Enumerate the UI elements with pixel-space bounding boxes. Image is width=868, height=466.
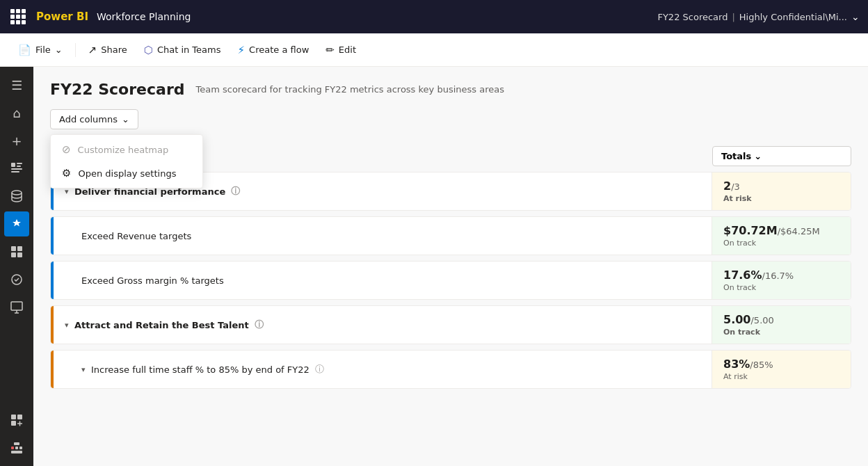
row-margin: Exceed Gross margin % targets 17.6%/16.7… (50, 261, 851, 300)
sidebar-item-learn[interactable] (4, 267, 29, 292)
sidebar-item-home[interactable]: ⌂ (4, 100, 29, 125)
share-label: Share (101, 45, 127, 55)
create-flow-button[interactable]: ⚡ Create a flow (231, 40, 316, 61)
value-fraction-revenue: /$64.25M (778, 226, 820, 236)
row-fulltime: ▾ Increase full time staff % to 85% by e… (50, 350, 851, 389)
expand-talent[interactable]: ▾ (65, 321, 69, 330)
info-icon-financial: ⓘ (231, 185, 240, 198)
sidebar-item-browse[interactable] (4, 156, 29, 181)
share-icon: ↗ (88, 44, 97, 56)
row-label-fulltime: ▾ Increase full time staff % to 85% by e… (54, 351, 712, 388)
add-columns-label: Add columns (59, 114, 118, 124)
customize-heatmap-icon: ⊘ (62, 143, 71, 156)
value-fraction-talent: /5.00 (750, 315, 773, 326)
grid-icon (10, 9, 26, 24)
app-name: Power BI (36, 10, 88, 23)
info-icon-fulltime: ⓘ (315, 363, 324, 376)
svg-rect-9 (17, 252, 22, 257)
value-fraction-margin: /16.7% (762, 271, 794, 281)
scorecard-label: FY22 Scorecard (657, 12, 728, 22)
svg-rect-2 (17, 166, 21, 167)
svg-rect-18 (15, 447, 18, 449)
value-main-fulltime: 83% (723, 357, 750, 371)
svg-rect-16 (14, 442, 19, 445)
open-display-settings-item[interactable]: ⚙ Open display settings (51, 161, 202, 185)
edit-icon: ✏️ (326, 44, 335, 56)
totals-column-header[interactable]: Totals ⌄ (712, 146, 851, 166)
svg-rect-11 (11, 302, 22, 310)
page-header: FY22 Scorecard Team scorecard for tracki… (50, 81, 851, 98)
confidential-label: Highly Confidential\Mi... (739, 12, 847, 22)
totals-chevron: ⌄ (754, 151, 762, 161)
status-financial: At risk (723, 194, 839, 203)
info-icon-talent: ⓘ (255, 319, 264, 331)
main-content: FY22 Scorecard Team scorecard for tracki… (33, 67, 868, 466)
main-layout: ☰ ⌂ + (0, 67, 868, 466)
status-fulltime: At risk (723, 372, 839, 381)
share-button[interactable]: ↗ Share (81, 40, 134, 61)
teams-icon: ⬡ (144, 44, 153, 56)
svg-rect-13 (17, 415, 22, 419)
row-talent: ▾ Attract and Retain the Best Talent ⓘ 5… (50, 305, 851, 344)
sidebar-item-metrics[interactable] (4, 211, 29, 236)
status-talent: On track (723, 328, 839, 337)
chat-label: Chat in Teams (157, 45, 221, 55)
row-value-revenue: $70.72M/$64.25M On track (712, 217, 851, 255)
row-label-margin: Exceed Gross margin % targets (54, 262, 712, 299)
sidebar-item-profile[interactable] (4, 435, 29, 460)
totals-label: Totals (721, 151, 751, 161)
sidebar-item-create[interactable]: + (4, 128, 29, 153)
svg-rect-6 (11, 246, 16, 251)
add-columns-dropdown: ⊘ Customize heatmap ⚙ Open display setti… (50, 134, 203, 188)
flow-icon: ⚡ (238, 44, 246, 56)
sidebar-item-hamburger[interactable]: ☰ (4, 72, 29, 97)
customize-heatmap-label: Customize heatmap (78, 145, 169, 155)
value-main-margin: 17.6% (723, 268, 762, 282)
toolbar-divider-1 (75, 43, 76, 57)
sensitivity-chevron[interactable]: ⌄ (851, 11, 860, 22)
file-button[interactable]: 📄 File ⌄ (11, 40, 70, 61)
status-revenue: On track (723, 239, 839, 248)
row-revenue: Exceed Revenue targets $70.72M/$64.25M O… (50, 216, 851, 255)
svg-rect-3 (11, 168, 22, 170)
sidebar-item-apps[interactable] (4, 239, 29, 264)
file-icon: 📄 (18, 44, 31, 56)
add-columns-chevron: ⌄ (122, 114, 129, 124)
row-value-talent: 5.00/5.00 On track (712, 306, 851, 344)
value-main-talent: 5.00 (723, 313, 750, 326)
top-nav: Power BI Workforce Planning FY22 Scoreca… (0, 0, 868, 33)
svg-rect-17 (11, 447, 14, 449)
edit-button[interactable]: ✏️ Edit (319, 40, 363, 61)
svg-rect-12 (11, 415, 16, 419)
sidebar-item-deployment[interactable] (4, 408, 29, 433)
file-label: File (35, 45, 51, 55)
add-columns-container: Add columns ⌄ ⊘ Customize heatmap ⚙ Open… (50, 109, 138, 138)
value-fraction-fulltime: /85% (750, 360, 773, 370)
customize-heatmap-item[interactable]: ⊘ Customize heatmap (51, 138, 202, 161)
value-fraction-financial: /3 (731, 182, 740, 192)
value-main-financial: 2 (723, 179, 731, 193)
row-value-margin: 17.6%/16.7% On track (712, 262, 851, 299)
sidebar-item-workspace[interactable] (4, 295, 29, 320)
display-settings-label: Open display settings (78, 168, 176, 179)
file-chevron: ⌄ (55, 45, 63, 55)
expand-fulltime[interactable]: ▾ (81, 365, 86, 374)
chat-teams-button[interactable]: ⬡ Chat in Teams (137, 40, 228, 61)
value-main-revenue: $70.72M (723, 224, 778, 237)
page-title: FY22 Scorecard (50, 81, 185, 98)
display-settings-icon: ⚙ (62, 167, 71, 179)
top-nav-right: FY22 Scorecard | Highly Confidential\Mi.… (657, 11, 860, 22)
app-grid-button[interactable] (8, 7, 28, 26)
sidebar-item-data[interactable] (4, 184, 29, 209)
scorecard-rows: ▾ Deliver financial performance ⓘ 2/3 At… (50, 172, 851, 392)
svg-rect-14 (11, 421, 16, 426)
svg-rect-15 (11, 451, 22, 453)
add-columns-button[interactable]: Add columns ⌄ (50, 109, 138, 129)
row-value-fulltime: 83%/85% At risk (712, 351, 851, 388)
edit-label: Edit (339, 45, 356, 55)
svg-rect-7 (17, 246, 22, 251)
row-value-financial: 2/3 At risk (712, 172, 851, 210)
svg-rect-4 (11, 171, 19, 172)
toolbar: 📄 File ⌄ ↗ Share ⬡ Chat in Teams ⚡ Creat… (0, 33, 868, 67)
svg-rect-1 (17, 163, 22, 164)
